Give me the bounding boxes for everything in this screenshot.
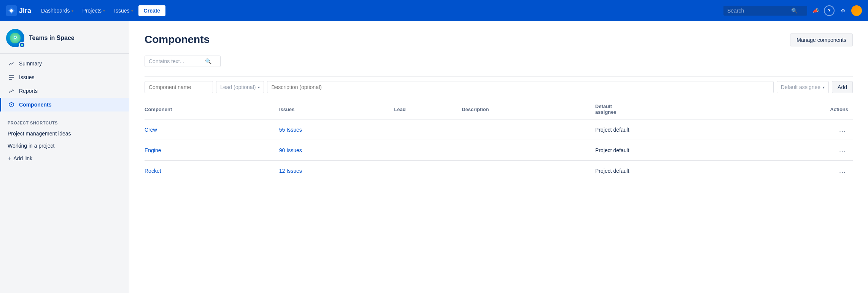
- search-input[interactable]: [727, 8, 788, 14]
- sidebar-item-summary[interactable]: Summary: [0, 57, 129, 70]
- nav-issues[interactable]: Issues ▾: [110, 5, 137, 16]
- nav-dashboards[interactable]: Dashboards ▾: [37, 5, 77, 16]
- svg-point-7: [11, 104, 12, 105]
- filter-search-icon: 🔍: [205, 58, 211, 64]
- sidebar-item-components[interactable]: Components: [0, 98, 129, 111]
- filter-input-wrapper[interactable]: 🔍: [145, 56, 221, 67]
- table-row: Crew 55 Issues Project default ...: [145, 119, 853, 140]
- chevron-down-icon: ▾: [72, 9, 73, 13]
- chevron-down-icon: ▾: [103, 9, 105, 13]
- add-link-button[interactable]: + Add link: [0, 152, 129, 165]
- svg-rect-6: [9, 79, 12, 80]
- assignee-dropdown[interactable]: Default assignee ▾: [777, 81, 829, 93]
- assignee-placeholder: Default assignee: [781, 84, 820, 90]
- topnav: Jira Dashboards ▾ Projects ▾ Issues ▾ Cr…: [0, 0, 868, 21]
- description-cell: [462, 119, 595, 140]
- table-row: Engine 90 Issues Project default ...: [145, 140, 853, 161]
- issues-icon: [8, 74, 15, 80]
- issues-count-link[interactable]: 55 Issues: [279, 127, 302, 133]
- create-button[interactable]: Create: [138, 5, 166, 16]
- filter-text-input[interactable]: [149, 58, 202, 64]
- summary-icon: [8, 61, 15, 67]
- search-box[interactable]: 🔍: [723, 6, 807, 16]
- topnav-menu: Dashboards ▾ Projects ▾ Issues ▾ Create: [37, 5, 720, 16]
- components-table: Component Issues Lead Description Defaul…: [145, 98, 853, 181]
- sidebar-item-reports[interactable]: Reports: [0, 84, 129, 98]
- issues-count-link[interactable]: 12 Issues: [279, 168, 302, 174]
- col-issues: Issues: [279, 98, 394, 119]
- description-input[interactable]: [267, 81, 773, 93]
- sidebar-nav: Summary Issues Reports: [0, 54, 129, 115]
- svg-rect-5: [9, 77, 14, 78]
- component-name-input[interactable]: [145, 81, 213, 93]
- add-component-button[interactable]: Add: [832, 81, 853, 93]
- sidebar: Teams in Space Summary: [0, 21, 129, 293]
- col-default-assignee: Defaultassignee: [595, 98, 757, 119]
- shortcut-working-in-project[interactable]: Working in a project: [0, 140, 129, 152]
- col-description: Description: [462, 98, 595, 119]
- project-badge: [19, 42, 25, 48]
- jira-logo[interactable]: Jira: [6, 5, 31, 16]
- page-header: Components Manage components: [145, 33, 853, 46]
- lead-cell: [394, 119, 462, 140]
- nav-projects[interactable]: Projects ▾: [79, 5, 109, 16]
- default-assignee-cell: Project default: [595, 119, 757, 140]
- shortcut-project-mgmt[interactable]: Project management ideas: [0, 127, 129, 140]
- actions-menu-button[interactable]: ...: [837, 145, 848, 155]
- chevron-down-icon: ▾: [131, 9, 133, 13]
- sidebar-item-label: Summary: [19, 61, 42, 67]
- description-cell: [462, 140, 595, 161]
- page-title: Components: [145, 33, 210, 46]
- component-name-link[interactable]: Engine: [145, 147, 161, 153]
- sidebar-project: Teams in Space: [0, 21, 129, 54]
- search-icon: 🔍: [791, 8, 798, 14]
- plus-icon: +: [8, 155, 11, 162]
- lead-cell: [394, 161, 462, 181]
- project-name: Teams in Space: [29, 35, 75, 41]
- component-name-link[interactable]: Crew: [145, 127, 157, 133]
- project-avatar: [6, 29, 24, 47]
- col-actions: Actions: [757, 98, 853, 119]
- reports-icon: [8, 88, 15, 94]
- add-component-form: Lead (optional) ▾ Default assignee ▾ Add: [145, 76, 853, 98]
- table-body: Crew 55 Issues Project default ... Engin…: [145, 119, 853, 181]
- components-icon: [8, 102, 15, 108]
- shortcuts-title: PROJECT SHORTCUTS: [0, 115, 129, 127]
- project-avatar-inner: [10, 33, 21, 43]
- help-icon[interactable]: ?: [824, 5, 835, 16]
- chevron-down-icon: ▾: [258, 85, 260, 89]
- lead-cell: [394, 140, 462, 161]
- main-content: Components Manage components 🔍 Lead (opt…: [129, 21, 868, 293]
- col-lead: Lead: [394, 98, 462, 119]
- table-row: Rocket 12 Issues Project default ...: [145, 161, 853, 181]
- default-assignee-cell: Project default: [595, 161, 757, 181]
- sidebar-item-label: Components: [19, 102, 52, 108]
- filter-bar: 🔍: [145, 56, 853, 67]
- svg-point-2: [14, 37, 16, 38]
- actions-menu-button[interactable]: ...: [837, 166, 848, 175]
- settings-icon[interactable]: ⚙: [838, 5, 848, 16]
- layout: Teams in Space Summary: [0, 21, 868, 293]
- svg-rect-4: [9, 75, 14, 76]
- actions-menu-button[interactable]: ...: [837, 125, 848, 134]
- svg-point-3: [21, 44, 23, 46]
- issues-count-link[interactable]: 90 Issues: [279, 147, 302, 153]
- avatar[interactable]: [851, 5, 862, 16]
- sidebar-item-issues[interactable]: Issues: [0, 70, 129, 84]
- lead-placeholder: Lead (optional): [220, 84, 256, 90]
- lead-dropdown[interactable]: Lead (optional) ▾: [216, 81, 264, 93]
- col-component: Component: [145, 98, 279, 119]
- table-header-row: Component Issues Lead Description Defaul…: [145, 98, 853, 119]
- logo-text: Jira: [19, 7, 31, 15]
- notifications-icon[interactable]: 📣: [810, 5, 821, 16]
- manage-components-button[interactable]: Manage components: [790, 33, 853, 46]
- chevron-down-icon: ▾: [823, 85, 825, 89]
- component-name-link[interactable]: Rocket: [145, 168, 161, 174]
- topnav-right: 🔍 📣 ? ⚙: [723, 5, 862, 16]
- sidebar-item-label: Reports: [19, 88, 38, 94]
- sidebar-item-label: Issues: [19, 74, 34, 80]
- description-cell: [462, 161, 595, 181]
- default-assignee-cell: Project default: [595, 140, 757, 161]
